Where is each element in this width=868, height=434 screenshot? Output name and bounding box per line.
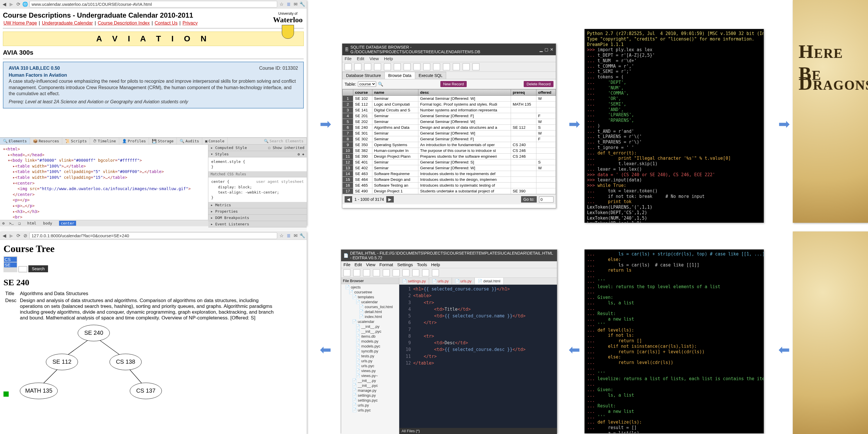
toolbar-icon[interactable] <box>383 269 390 276</box>
map-fragment-top: Here Be Dragons <box>793 0 868 223</box>
next-page-button[interactable]: ▶ <box>386 196 394 203</box>
sec-dom-bp[interactable]: ▸ DOM Breakpoints <box>208 215 307 221</box>
mail-icon[interactable]: ✉ <box>293 233 298 238</box>
search-elements[interactable]: 🔍 Search Elements <box>261 138 307 144</box>
toolbar-icon[interactable] <box>394 63 401 70</box>
menu-icon[interactable]: ≣ <box>286 233 291 238</box>
reload-icon[interactable]: ⟳ <box>16 233 21 238</box>
forward-icon[interactable]: ▶ <box>9 1 14 7</box>
toolbar-icon[interactable] <box>472 63 479 70</box>
data-table[interactable]: coursenamedescprereqoffered 1SE 102Semin… <box>342 89 556 194</box>
delete-record-button[interactable]: Delete Record <box>524 81 554 87</box>
course-input[interactable] <box>19 266 27 272</box>
goto-input[interactable] <box>539 196 554 203</box>
tab-scripts[interactable]: 📜 Scripts <box>62 138 90 144</box>
toolbar-icon[interactable] <box>413 63 421 70</box>
table-select[interactable]: course <box>358 81 376 87</box>
dom-tree[interactable]: ▾<html> ▸<head>…</head> ▾<body link="#f0… <box>0 145 208 220</box>
element-style[interactable]: element.style { } <box>208 157 307 171</box>
tab-urls-2[interactable]: 📄 urls.py <box>452 278 475 284</box>
min-icon[interactable]: ▁ <box>539 47 543 52</box>
faculty-select[interactable]: CSSE <box>3 256 18 272</box>
toolbar-icon[interactable] <box>453 63 460 70</box>
css-rule[interactable]: user agent stylesheetcenter { display: b… <box>208 177 307 202</box>
toolbar-icon[interactable] <box>433 63 440 70</box>
back-icon[interactable]: ◀ <box>2 1 7 7</box>
tab-structure[interactable]: Database Structure <box>342 72 385 79</box>
toolbar-icon[interactable] <box>374 63 381 70</box>
mail-icon[interactable]: ✉ <box>293 1 298 7</box>
sec-properties[interactable]: ▸ Properties <box>208 208 307 215</box>
tab-audits[interactable]: 🔍 Audits <box>177 138 202 144</box>
toolbar-icon[interactable] <box>384 63 391 70</box>
forward-icon[interactable]: ▶ <box>9 233 14 238</box>
file-tree[interactable]: File Browser 📄 ojects📄 coursetree📄 templ… <box>341 278 399 434</box>
toolbar-icon[interactable] <box>393 269 400 276</box>
toolbar-icon[interactable] <box>432 269 439 276</box>
toolbar-icon[interactable] <box>443 63 450 70</box>
menubar[interactable]: FileEdit ViewHelp <box>342 55 556 62</box>
star-icon[interactable]: ☆ <box>279 233 284 238</box>
browser-toolbar: ◀ ▶ ⟳ ⊘ 127.0.0.1:8000/ucalendar/?fac=0&… <box>0 231 307 240</box>
menu-icon[interactable]: ≣ <box>286 1 291 7</box>
close-icon[interactable]: ✕ <box>550 47 554 52</box>
toolbar-icon[interactable] <box>404 63 410 70</box>
tab-urls-1[interactable]: 📄 urls.py <box>429 278 452 284</box>
python-repl[interactable]: Python 2.7 (r27:82525, Jul 4 2010, 09:01… <box>585 29 764 223</box>
filter-icon[interactable]: 🔍 <box>378 82 383 87</box>
sec-metrics[interactable]: ▸ Metrics <box>208 202 307 208</box>
toolbar-icon[interactable] <box>354 63 361 70</box>
svg-text:CS 138: CS 138 <box>116 359 135 365</box>
toolbar[interactable] <box>341 268 557 278</box>
tab-timeline[interactable]: ⏱ Timeline <box>90 138 119 144</box>
star-icon[interactable]: ☆ <box>279 1 284 7</box>
toolbar-icon[interactable] <box>402 269 409 276</box>
tab-storage[interactable]: 💾 Storage <box>149 138 177 144</box>
tab-profiles[interactable]: 👤 Profiles <box>119 138 149 144</box>
sec-styles[interactable]: ▾ Styles ✿ ✚ <box>208 151 307 157</box>
nav-links: UW Home Page | Undergraduate Calendar | … <box>3 21 304 26</box>
toolbar-icon[interactable] <box>353 269 360 276</box>
link-calendar[interactable]: Undergraduate Calendar <box>42 21 93 26</box>
search-button[interactable]: Search <box>28 265 48 272</box>
toolbar-icon[interactable] <box>345 63 351 70</box>
toolbar-icon[interactable] <box>364 63 371 70</box>
wrench-icon[interactable]: 🔧 <box>300 233 305 238</box>
address-bar[interactable]: www.ucalendar.uwaterloo.ca/1011/COURSE/c… <box>30 1 277 7</box>
new-record-button[interactable]: New Record <box>440 81 467 87</box>
arrow-left-icon: ⬅ <box>778 341 790 358</box>
tab-settings[interactable]: 📄 settings.py <box>399 278 429 284</box>
toolbar[interactable] <box>342 62 556 72</box>
back-icon[interactable]: ◀ <box>2 233 7 238</box>
menubar[interactable]: FileEditViewFormatSettingsToolsHelp <box>341 261 557 268</box>
prev-page-button[interactable]: ◀ <box>345 196 352 203</box>
toolbar-icon[interactable] <box>422 269 429 276</box>
toolbar-icon[interactable] <box>363 269 370 276</box>
toolbar-icon[interactable] <box>412 269 419 276</box>
tab-sql[interactable]: Execute SQL <box>415 72 446 79</box>
file-icon: 📄 <box>343 253 348 258</box>
tab-console[interactable]: ▣ Console <box>202 138 228 144</box>
goto-label: Go to: <box>521 196 537 203</box>
toolbar-icon[interactable] <box>373 269 380 276</box>
lisp-repl[interactable]: ... ls = car(ls) + strip(cdr(ls), top) #… <box>585 249 764 433</box>
code-area[interactable]: 123456789101112 <h1>{{ selected_course.c… <box>399 285 557 428</box>
tab-elements[interactable]: 🔍 Elements <box>0 138 30 144</box>
sec-computed[interactable]: ▸ Computed Style ☐ Show inherited <box>208 145 307 151</box>
sec-events[interactable]: ▸ Event Listeners <box>208 221 307 227</box>
max-icon[interactable]: ▢ <box>545 47 548 52</box>
tab-detail[interactable]: 📄 detail.html <box>475 278 504 284</box>
link-contact[interactable]: Contact Us <box>155 21 178 26</box>
tab-browse[interactable]: Browse Data <box>384 72 415 79</box>
wrench-icon[interactable]: 🔧 <box>300 1 305 7</box>
tab-resources[interactable]: 📦 Resources <box>30 138 62 144</box>
toolbar-icon[interactable] <box>463 63 470 70</box>
link-uw-home[interactable]: UW Home Page <box>3 21 37 26</box>
link-course-index[interactable]: Course Description Index <box>98 21 150 26</box>
address-bar[interactable]: 127.0.0.1:8000/ucalendar/?fac=0&course=S… <box>30 232 277 239</box>
toolbar-icon[interactable] <box>343 269 350 276</box>
course-id: Course ID: 013302 <box>259 65 298 71</box>
link-privacy[interactable]: Privacy <box>183 21 197 26</box>
toolbar-icon[interactable] <box>423 63 430 70</box>
reload-icon[interactable]: ⟳ <box>16 1 21 7</box>
